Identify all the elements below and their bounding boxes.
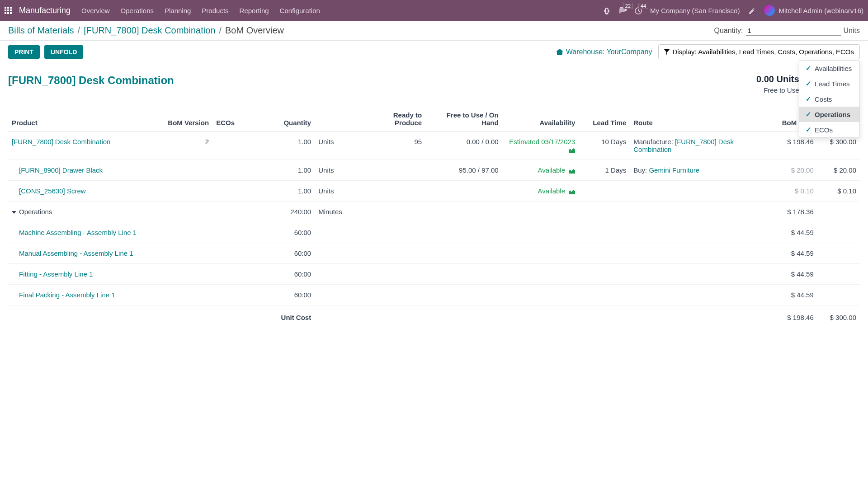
settings-icon[interactable] [748, 6, 756, 14]
bom-cost: $ 0.10 [758, 181, 817, 202]
nav-item-products[interactable]: Products [202, 7, 228, 14]
col-quantity: Quantity [255, 107, 315, 131]
breadcrumb-root[interactable]: Bills of Materials [8, 25, 74, 36]
col-bom-version: BoM Version [161, 107, 212, 131]
content: [FURN_7800] Desk Combination 0.00 UnitsF… [0, 63, 868, 338]
app-brand[interactable]: Manufacturing [19, 6, 71, 15]
activities-badge: 44 [638, 3, 648, 9]
display-option-operations[interactable]: ✓Operations [799, 107, 859, 122]
nav-item-reporting[interactable]: Reporting [240, 7, 269, 14]
stat-label: Free to Use [756, 86, 799, 94]
navbar-right: 22 44 My Company (San Francisco) Mitchel… [603, 5, 863, 16]
navbar-left: Manufacturing OverviewOperationsPlanning… [5, 6, 320, 15]
chart-area-icon [569, 168, 575, 174]
col-uom [315, 107, 366, 131]
product-link[interactable]: [CONS_25630] Screw [19, 187, 86, 195]
product-cost: $ 0.10 [817, 181, 860, 202]
quantity-label: Quantity: [714, 27, 743, 35]
display-option-costs[interactable]: ✓Costs [799, 91, 859, 107]
operation-link[interactable]: Manual Assembling - Assembly Line 1 [19, 249, 133, 257]
stat-value: 0.00 Units [756, 74, 799, 84]
nav-item-configuration[interactable]: Configuration [280, 7, 320, 14]
filter-icon [664, 49, 670, 55]
operation-row: Fitting - Assembly Line 160:00$ 44.59 [8, 264, 860, 285]
display-option-lead-times[interactable]: ✓Lead Times [799, 76, 859, 91]
col-product: Product [8, 107, 161, 131]
main-navbar: Manufacturing OverviewOperationsPlanning… [0, 0, 868, 21]
operations-header-row[interactable]: Operations240:00Minutes$ 178.36 [8, 202, 860, 222]
bom-cost: $ 20.00 [758, 160, 817, 181]
availability-status[interactable]: Available [538, 187, 575, 195]
home-icon [556, 49, 563, 55]
title-row: [FURN_7800] Desk Combination 0.00 UnitsF… [8, 74, 860, 94]
product-link[interactable]: [FURN_8900] Drawer Black [19, 166, 103, 174]
availability-status[interactable]: Available [538, 166, 575, 174]
actions-right: Warehouse: YourCompany Display: Availabi… [556, 44, 860, 59]
print-button[interactable]: PRINT [8, 45, 40, 59]
col-ecos: ECOs [212, 107, 255, 131]
product-cost: $ 20.00 [817, 160, 860, 181]
nav-item-operations[interactable]: Operations [121, 7, 154, 14]
display-option-ecos[interactable]: ✓ECOs [799, 122, 859, 137]
product-link[interactable]: [FURN_7800] Desk Combination [12, 138, 110, 145]
col-availability: Availability [502, 107, 579, 131]
footer-row: Unit Cost $ 198.46 $ 300.00 [8, 305, 860, 328]
messages-icon[interactable]: 22 [618, 6, 627, 14]
company-selector[interactable]: My Company (San Francisco) [650, 7, 740, 14]
display-filter-button[interactable]: Display: Availabilities, Lead Times, Cos… [658, 44, 860, 59]
operation-link[interactable]: Machine Assembling - Assembly Line 1 [19, 229, 137, 236]
operation-link[interactable]: Fitting - Assembly Line 1 [19, 270, 93, 278]
stat-block: 0.00 UnitsFree to Use [756, 74, 799, 94]
breadcrumb-sep: / [219, 25, 222, 36]
messages-badge: 22 [623, 3, 633, 9]
chart-area-icon [569, 189, 575, 194]
page-title: [FURN_7800] Desk Combination [8, 74, 174, 87]
operation-link[interactable]: Final Packing - Assembly Line 1 [19, 291, 115, 299]
chart-area-icon [569, 147, 575, 153]
footer-product-cost: $ 300.00 [817, 305, 860, 328]
user-menu[interactable]: Mitchell Admin (webinarv16) [764, 5, 863, 16]
breadcrumb: Bills of Materials / [FURN_7800] Desk Co… [8, 25, 710, 36]
col-free: Free to Use / On Hand [425, 107, 502, 131]
breadcrumb-item[interactable]: [FURN_7800] Desk Combination [84, 25, 215, 36]
display-filter-label: Display: Availabilities, Lead Times, Cos… [672, 48, 854, 56]
check-icon: ✓ [806, 64, 811, 72]
col-lead: Lead Time [579, 107, 630, 131]
nav-menu: OverviewOperationsPlanningProductsReport… [81, 7, 320, 14]
debug-icon[interactable] [603, 6, 610, 14]
table-row: [FURN_7800] Desk Combination21.00Units95… [8, 131, 860, 160]
nav-item-planning[interactable]: Planning [165, 7, 191, 14]
nav-item-overview[interactable]: Overview [81, 7, 110, 14]
warehouse-link[interactable]: Warehouse: YourCompany [556, 48, 652, 56]
bom-table: Product BoM Version ECOs Quantity Ready … [8, 107, 860, 328]
operation-row: Manual Assembling - Assembly Line 160:00… [8, 243, 860, 264]
activities-icon[interactable]: 44 [635, 6, 642, 14]
table-header-row: Product BoM Version ECOs Quantity Ready … [8, 107, 860, 131]
subheader: Bills of Materials / [FURN_7800] Desk Co… [0, 21, 868, 41]
display-option-availabilities[interactable]: ✓Availabilities [799, 61, 859, 76]
table-row: [FURN_8900] Drawer Black1.00Units95.00 /… [8, 160, 860, 181]
check-icon: ✓ [806, 110, 811, 118]
check-icon: ✓ [806, 80, 811, 88]
quantity-block: Quantity: Units [714, 26, 860, 36]
quantity-unit: Units [844, 27, 860, 35]
col-route: Route [630, 107, 758, 131]
footer-label: Unit Cost [255, 305, 315, 328]
caret-down-icon [12, 211, 16, 214]
display-dropdown: ✓Availabilities✓Lead Times✓Costs✓Operati… [799, 60, 860, 138]
check-icon: ✓ [806, 126, 811, 134]
breadcrumb-current: BoM Overview [225, 25, 284, 36]
footer-bom-cost: $ 198.46 [758, 305, 817, 328]
user-name: Mitchell Admin (webinarv16) [778, 7, 863, 14]
operation-row: Machine Assembling - Assembly Line 160:0… [8, 222, 860, 243]
operation-row: Final Packing - Assembly Line 160:00$ 44… [8, 285, 860, 305]
quantity-input[interactable] [746, 26, 841, 36]
actions-row: PRINT UNFOLD Warehouse: YourCompany Disp… [0, 41, 868, 63]
route-link[interactable]: Gemini Furniture [649, 166, 699, 174]
avatar [764, 5, 775, 16]
availability-status[interactable]: Estimated 03/17/2023 [509, 138, 575, 153]
table-row: [CONS_25630] Screw1.00UnitsAvailable $ 0… [8, 181, 860, 202]
apps-icon[interactable] [5, 7, 12, 14]
unfold-button[interactable]: UNFOLD [44, 45, 83, 59]
table-body: [FURN_7800] Desk Combination21.00Units95… [8, 131, 860, 305]
